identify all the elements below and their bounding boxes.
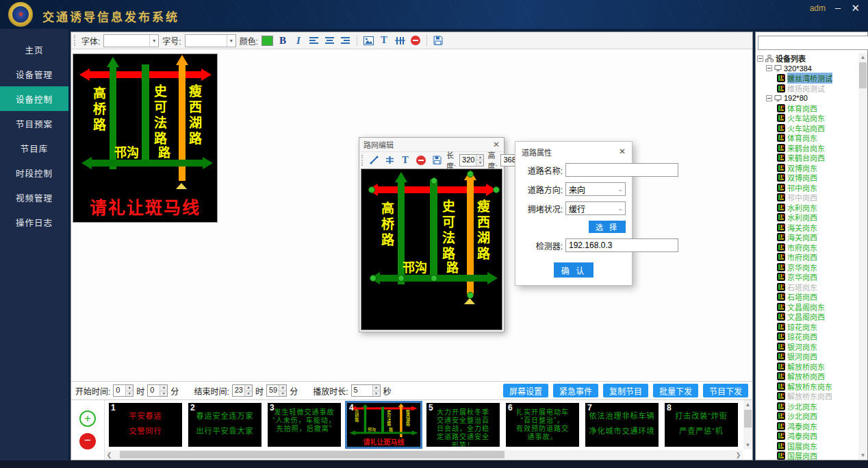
road-endpoint-handle[interactable] bbox=[467, 292, 474, 299]
collapse-icon[interactable] bbox=[766, 95, 772, 101]
road-endpoint-handle[interactable] bbox=[493, 186, 500, 193]
color-swatch[interactable] bbox=[261, 36, 273, 46]
scroll-up-arrow[interactable]: ▲ bbox=[858, 53, 867, 62]
tree-device-item[interactable]: 鸿泰岗西 bbox=[756, 431, 858, 441]
editable-traffic-diagram[interactable]: 高桥路 史可法路 瘦西湖路 邗沟 路 bbox=[361, 169, 502, 330]
scroll-right-arrow[interactable]: ❯ bbox=[734, 452, 743, 458]
tree-group[interactable]: 192*80 bbox=[756, 93, 858, 103]
tree-device-item[interactable]: 水利岗东 bbox=[756, 203, 858, 213]
save-button[interactable] bbox=[432, 34, 444, 47]
length-spinner[interactable]: 320▲▼ bbox=[459, 154, 484, 167]
road-endpoint-handle[interactable] bbox=[370, 275, 376, 282]
end-hour-spinner[interactable]: 23▲▼ bbox=[232, 384, 253, 397]
scrollbar-thumb[interactable] bbox=[744, 410, 752, 428]
play-duration-spinner[interactable]: 5▲▼ bbox=[351, 384, 381, 397]
sidebar-item-device-management[interactable]: 设备管理 bbox=[0, 62, 68, 86]
sidebar-item-operation-log[interactable]: 操作日志 bbox=[0, 210, 68, 234]
playlist-item-2[interactable]: 2春运安全连万家出行平安靠大家 bbox=[188, 403, 261, 447]
road-name-field[interactable] bbox=[565, 163, 678, 177]
tree-device-item[interactable]: 国展岗西 bbox=[756, 451, 858, 460]
tree-device-item[interactable]: 解放桥东岗西 bbox=[756, 391, 858, 402]
bold-button[interactable]: B bbox=[277, 34, 289, 47]
delete-button[interactable] bbox=[415, 153, 427, 167]
tree-device-item[interactable]: 火车站岗东 bbox=[756, 113, 858, 123]
font-size-dropdown[interactable]: ▾ bbox=[185, 34, 236, 47]
tree-device-item[interactable]: 银河岗西 bbox=[756, 352, 858, 362]
scroll-up-arrow[interactable]: ▲ bbox=[743, 400, 752, 409]
spinner-arrows[interactable]: ▲▼ bbox=[372, 385, 380, 396]
italic-button[interactable]: I bbox=[292, 34, 305, 47]
tree-device-item[interactable]: 邗中岗东 bbox=[756, 183, 858, 193]
road-endpoint-handle[interactable] bbox=[398, 275, 405, 282]
minimize-icon[interactable]: – bbox=[835, 1, 841, 13]
playlist-item-4[interactable]: 4 高桥路 史可法路 瘦西湖路 邗沟 路 请礼让斑马线 bbox=[347, 403, 420, 447]
tree-device-item[interactable]: 文昌阁岗西 bbox=[756, 312, 858, 322]
tree-device-item[interactable]: 国展岗东 bbox=[756, 441, 858, 452]
spinner-arrows[interactable]: ▲▼ bbox=[125, 385, 133, 396]
sidebar-item-time-control[interactable]: 时段控制 bbox=[0, 160, 68, 185]
align-center-button[interactable] bbox=[324, 34, 336, 47]
tree-device-item[interactable]: 来鹤台岗西 bbox=[756, 153, 858, 163]
tree-device-item[interactable]: 海关岗西 bbox=[756, 232, 858, 243]
insert-text-button[interactable]: T bbox=[378, 34, 390, 47]
emergency-event-button[interactable]: 紧急事件 bbox=[553, 384, 598, 397]
insert-text-button[interactable]: T bbox=[399, 153, 411, 167]
tree-device-item[interactable]: 琼花岗西 bbox=[756, 332, 858, 342]
playlist-item-1[interactable]: 1平安春运交警同行 bbox=[109, 403, 182, 447]
font-family-dropdown[interactable]: ▾ bbox=[103, 34, 159, 47]
tree-device-item[interactable]: 琼花岗东 bbox=[756, 322, 858, 332]
tree-device-item[interactable]: 体育岗东 bbox=[756, 133, 858, 143]
tree-device-item[interactable]: 水利岗西 bbox=[756, 212, 858, 223]
spinner-arrows[interactable]: ▲▼ bbox=[244, 385, 252, 396]
close-icon[interactable]: ✕ bbox=[851, 2, 860, 14]
playlist-item-5[interactable]: 5大力开展秋冬季交通安全整治百日会战，全力稳定道路交通安全形势！ bbox=[426, 403, 500, 447]
batch-send-button[interactable]: 批量下发 bbox=[653, 384, 698, 397]
tree-device-item[interactable]: 双博岗东 bbox=[756, 163, 858, 173]
tree-device-item[interactable]: 邗中岗西 bbox=[756, 193, 858, 203]
screen-settings-button[interactable]: 屏幕设置 bbox=[503, 384, 548, 397]
tree-device-item[interactable]: 沙北岗西 bbox=[756, 411, 858, 421]
remove-program-button[interactable]: − bbox=[79, 433, 96, 449]
sidebar-item-home[interactable]: 主页 bbox=[0, 37, 68, 62]
delete-button[interactable] bbox=[409, 34, 422, 47]
tree-device-item[interactable]: 维扬岗测试 bbox=[756, 84, 858, 94]
road-network-button[interactable] bbox=[394, 34, 406, 47]
tree-device-item[interactable]: 解放桥岗东 bbox=[756, 362, 858, 372]
scroll-down-arrow[interactable]: ▼ bbox=[743, 441, 752, 449]
sidebar-item-device-control[interactable]: 设备控制 bbox=[0, 86, 68, 111]
horizontal-scrollbar[interactable]: ❮ ❯ bbox=[105, 450, 743, 459]
playlist-item-6[interactable]: 6扎实开展电动车“百日整治”，有效预防道路交通事故。 bbox=[506, 403, 579, 447]
playlist-item-7[interactable]: 7依法治理非标车辆净化城市交通环境 bbox=[585, 403, 659, 447]
tree-root[interactable]: 设备列表 bbox=[756, 53, 858, 64]
add-program-button[interactable]: + bbox=[79, 410, 96, 427]
sidebar-item-program-library[interactable]: 节目库 bbox=[0, 136, 68, 160]
scroll-left-arrow[interactable]: ❮ bbox=[105, 452, 114, 458]
editor-window-titlebar[interactable]: 路网编辑 ✕ bbox=[359, 138, 504, 151]
tree-device-item[interactable]: 文昌阁岗东 bbox=[756, 302, 858, 312]
tree-device-item[interactable]: 银河岗东 bbox=[756, 342, 858, 352]
scrollbar-thumb[interactable] bbox=[120, 451, 505, 458]
align-left-button[interactable] bbox=[308, 34, 320, 47]
tree-device-item[interactable]: 双博岗西 bbox=[756, 173, 858, 183]
tree-device-item[interactable]: 京华岗东 bbox=[756, 262, 858, 273]
congestion-status-select[interactable]: 缓行⌄ bbox=[565, 201, 626, 215]
tree-device-item[interactable]: 海关岗东 bbox=[756, 223, 858, 233]
tree-device-item[interactable]: 解放桥岗西 bbox=[756, 371, 858, 382]
collapse-icon[interactable] bbox=[757, 56, 763, 62]
tree-device-item[interactable]: 鸿泰岗东 bbox=[756, 421, 858, 432]
save-button[interactable] bbox=[431, 153, 443, 167]
tree-device-item[interactable]: 来鹤台岗东 bbox=[756, 143, 858, 153]
device-search-input[interactable] bbox=[758, 36, 868, 50]
sidebar-item-video-management[interactable]: 视频管理 bbox=[0, 185, 68, 210]
sidebar-item-program-plan[interactable]: 节目预案 bbox=[0, 111, 68, 136]
road-network-canvas[interactable]: 高桥路 史可法路 瘦西湖路 邗沟 路 bbox=[361, 169, 502, 330]
playlist-item-3[interactable]: 3发生轻微交通事故“人未伤，车能动，先拍照，后撤离” bbox=[268, 403, 341, 447]
start-minute-spinner[interactable]: 0▲▼ bbox=[147, 384, 168, 397]
tree-group[interactable]: 320*384 bbox=[756, 64, 858, 74]
road-endpoint-handle[interactable] bbox=[431, 275, 437, 282]
tree-device-item[interactable]: 市府岗西 bbox=[756, 252, 858, 262]
tree-device-item[interactable]: 沙北岗东 bbox=[756, 402, 858, 412]
road-endpoint-handle[interactable] bbox=[467, 171, 474, 177]
copy-program-button[interactable]: 复制节目 bbox=[603, 384, 648, 397]
confirm-button[interactable]: 确 认 bbox=[554, 262, 593, 278]
